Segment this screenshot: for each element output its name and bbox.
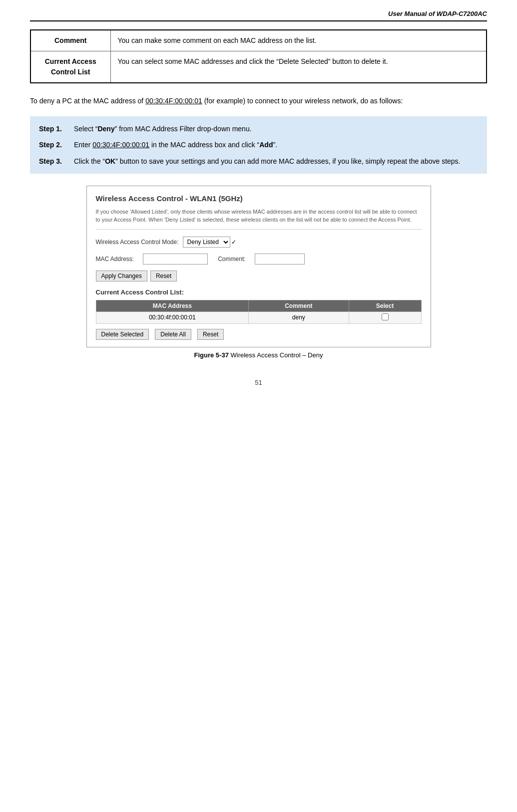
wac-acl-table: MAC AddressCommentSelect 00:30:4f:00:00:…	[96, 300, 422, 324]
intro-text-before: To deny a PC at the MAC address of	[30, 97, 145, 105]
step-label-3: Step 3.	[39, 156, 74, 167]
page-header: User Manual of WDAP-C7200AC	[30, 10, 487, 21]
wac-apply-row: Apply Changes Reset	[96, 271, 422, 281]
wac-panel: Wireless Access Control - WLAN1 (5GHz) I…	[86, 186, 431, 347]
figure-label: Figure 5-37	[194, 351, 229, 359]
table-col1: Comment	[30, 30, 110, 51]
wac-mode-checkmark: ✓	[231, 239, 236, 246]
acl-header: Select	[349, 300, 421, 311]
table-col2: You can select some MAC addresses and cl…	[110, 51, 487, 83]
intro-text-after: (for example) to connect to your wireles…	[202, 97, 403, 105]
step-3: Step 3.Click the “OK” button to save you…	[39, 156, 478, 167]
apply-changes-button[interactable]: Apply Changes	[96, 271, 147, 281]
step-content-3: Click the “OK” button to save your setti…	[74, 156, 478, 167]
wac-comment-label: Comment:	[218, 256, 245, 263]
acl-checkbox[interactable]	[382, 313, 389, 320]
info-table: CommentYou can make some comment on each…	[30, 29, 487, 83]
table-row: Current Access Control ListYou can selec…	[30, 51, 487, 83]
steps-container: Step 1.Select “Deny” from MAC Address Fi…	[30, 116, 487, 174]
step-label-2: Step 2.	[39, 139, 74, 150]
wac-mode-row: Wireless Access Control Mode: Deny Liste…	[96, 237, 422, 248]
reset-button[interactable]: Reset	[150, 271, 177, 281]
table-row: CommentYou can make some comment on each…	[30, 30, 487, 51]
wac-mac-label: MAC Address:	[96, 256, 134, 263]
acl-header-row: MAC AddressCommentSelect	[96, 300, 421, 311]
acl-header: MAC Address	[96, 300, 249, 311]
bottom-reset-button[interactable]: Reset	[197, 329, 224, 340]
table-col2: You can make some comment on each MAC ad…	[110, 30, 487, 51]
step-content-2: Enter 00:30:4F:00:00:01 in the MAC addre…	[74, 139, 478, 150]
intro-mac: 00:30:4F:00:00:01	[145, 97, 202, 105]
figure-text: Wireless Access Control – Deny	[229, 351, 323, 359]
acl-select-cell	[349, 311, 421, 323]
step-1: Step 1.Select “Deny” from MAC Address Fi…	[39, 123, 478, 134]
intro-paragraph: To deny a PC at the MAC address of 00:30…	[30, 95, 487, 107]
wac-bottom-btns: Delete Selected Delete All Reset	[96, 329, 422, 340]
page-number: 51	[30, 379, 487, 386]
table-col1: Current Access Control List	[30, 51, 110, 83]
wac-acl-section-title: Current Access Control List:	[96, 288, 422, 296]
wac-comment-input[interactable]	[255, 254, 305, 265]
acl-mac: 00:30:4f:00:00:01	[96, 311, 249, 323]
wac-title: Wireless Access Control - WLAN1 (5GHz)	[96, 194, 422, 203]
figure-container: Wireless Access Control - WLAN1 (5GHz) I…	[30, 186, 487, 359]
acl-data-row: 00:30:4f:00:00:01deny	[96, 311, 421, 323]
step-content-1: Select “Deny” from MAC Address Filter dr…	[74, 123, 478, 134]
wac-description: If you choose 'Allowed Listed', only tho…	[96, 208, 422, 230]
step-2: Step 2.Enter 00:30:4F:00:00:01 in the MA…	[39, 139, 478, 150]
step-label-1: Step 1.	[39, 123, 74, 134]
page-title: User Manual of WDAP-C7200AC	[388, 10, 487, 17]
acl-comment: deny	[249, 311, 349, 323]
acl-header: Comment	[249, 300, 349, 311]
wac-mac-input[interactable]	[143, 254, 208, 265]
figure-caption: Figure 5-37 Wireless Access Control – De…	[194, 351, 323, 359]
delete-all-button[interactable]: Delete All	[155, 329, 191, 340]
wac-mode-select[interactable]: Deny Listed Allow Listed Disabled	[183, 237, 230, 248]
delete-selected-button[interactable]: Delete Selected	[96, 329, 149, 340]
wac-mode-label: Wireless Access Control Mode:	[96, 239, 179, 246]
wac-mac-comment-row: MAC Address: Comment:	[96, 254, 422, 265]
